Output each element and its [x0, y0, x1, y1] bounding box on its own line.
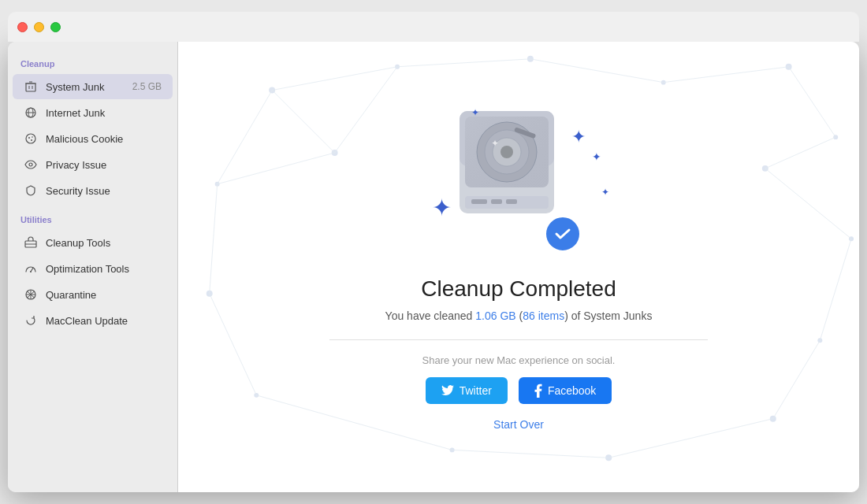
facebook-label: Facebook	[548, 384, 596, 397]
trash-icon	[24, 80, 38, 94]
sidebar-item-optimization-tools[interactable]: Optimization Tools	[13, 256, 173, 281]
twitter-button[interactable]: Twitter	[426, 377, 508, 404]
globe-icon	[24, 106, 38, 120]
share-text: Share your new Mac experience on social.	[422, 354, 616, 366]
svg-point-63	[500, 146, 513, 158]
gauge-icon	[24, 261, 38, 276]
sidebar-item-macclean-update[interactable]: MacClean Update	[13, 308, 173, 333]
svg-line-46	[765, 169, 851, 239]
close-button[interactable]	[17, 22, 28, 32]
internet-junk-label: Internet Junk	[46, 107, 162, 119]
svg-point-10	[31, 139, 32, 141]
sidebar-item-quarantine[interactable]: Quarantine	[13, 282, 173, 307]
update-icon	[24, 313, 38, 328]
optimization-tools-label: Optimization Tools	[46, 263, 162, 275]
svg-line-54	[218, 153, 335, 184]
system-junk-badge: 2.5 GB	[132, 81, 162, 92]
hdd-illustration: ✦ ✦ ✦ ✦ ✦	[448, 103, 590, 261]
svg-rect-69	[506, 199, 517, 204]
svg-line-50	[773, 340, 820, 418]
svg-line-44	[272, 91, 334, 153]
cleanup-completed-title: Cleanup Completed	[421, 276, 616, 302]
svg-rect-67	[471, 199, 487, 204]
sparkle-icon-5: ✦	[601, 187, 609, 198]
malicious-cookie-label: Malicious Cookie	[46, 133, 162, 145]
check-badge	[544, 215, 582, 253]
system-junk-label: System Junk	[46, 81, 125, 93]
subtitle-prefix: You have cleaned	[385, 309, 476, 322]
cleaned-items-prefix: (	[516, 309, 523, 322]
quarantine-icon	[24, 287, 38, 302]
toolbox-icon	[24, 235, 38, 250]
eye-icon	[24, 158, 38, 172]
sidebar-item-system-junk[interactable]: System Junk 2.5 GB	[13, 74, 173, 99]
facebook-button[interactable]: Facebook	[519, 377, 612, 404]
privacy-issue-label: Privacy Issue	[46, 159, 162, 171]
cleanup-tools-label: Cleanup Tools	[46, 237, 162, 249]
sparkle-icon-2: ✦	[592, 150, 601, 163]
start-over-button[interactable]: Start Over	[493, 418, 544, 431]
divider	[329, 339, 708, 340]
hdd-svg: ✦	[448, 103, 566, 233]
macclean-update-label: MacClean Update	[46, 315, 162, 327]
sidebar-item-malicious-cookie[interactable]: Malicious Cookie	[13, 126, 173, 151]
cookie-icon	[24, 132, 38, 146]
sidebar: Cleanup System Junk 2.5 GB	[8, 42, 178, 492]
main-content: ✦ ✦ ✦ ✦ ✦	[178, 42, 859, 492]
svg-line-40	[530, 59, 664, 83]
svg-line-48	[820, 239, 851, 340]
svg-line-47	[210, 184, 218, 294]
twitter-label: Twitter	[460, 384, 492, 397]
shield-icon	[24, 183, 38, 198]
sidebar-item-privacy-issue[interactable]: Privacy Issue	[13, 152, 173, 177]
svg-line-39	[397, 59, 530, 67]
svg-point-8	[26, 134, 35, 143]
svg-text:✦: ✦	[491, 138, 499, 149]
utilities-section-label: Utilities	[8, 204, 177, 229]
svg-rect-68	[491, 199, 502, 204]
maximize-button[interactable]	[50, 22, 61, 32]
svg-point-11	[32, 136, 33, 138]
svg-line-45	[765, 137, 835, 169]
cleanup-section-label: Cleanup	[8, 48, 177, 73]
content-area: ✦ ✦ ✦ ✦ ✦	[329, 103, 708, 431]
sidebar-item-security-issue[interactable]: Security Issue	[13, 178, 173, 203]
sidebar-item-internet-junk[interactable]: Internet Junk	[13, 100, 173, 125]
svg-point-12	[29, 163, 32, 166]
minimize-button[interactable]	[34, 22, 44, 32]
svg-rect-0	[26, 83, 35, 91]
cleaned-items: 86 items	[523, 309, 564, 322]
twitter-icon	[441, 385, 454, 396]
svg-point-9	[28, 137, 30, 139]
sidebar-item-cleanup-tools[interactable]: Cleanup Tools	[13, 230, 173, 255]
sparkle-icon-1: ✦	[571, 127, 586, 147]
svg-line-42	[789, 67, 836, 137]
cleaned-items-suffix: ) of System Junks	[564, 309, 652, 322]
svg-point-16	[30, 271, 32, 272]
svg-line-43	[218, 91, 273, 184]
sparkle-icon-4: ✦	[471, 107, 479, 118]
sparkle-icon-3: ✦	[432, 194, 452, 221]
svg-line-49	[210, 294, 257, 395]
facebook-icon	[534, 384, 542, 398]
social-buttons: Twitter Facebook	[426, 377, 612, 404]
cleaned-size: 1.06 GB	[475, 309, 515, 322]
svg-line-38	[272, 67, 397, 91]
svg-line-53	[452, 450, 609, 458]
security-issue-label: Security Issue	[46, 185, 162, 197]
svg-line-41	[664, 67, 789, 83]
quarantine-label: Quarantine	[46, 289, 162, 301]
cleanup-subtitle: You have cleaned 1.06 GB (86 items) of S…	[385, 309, 653, 322]
title-bar	[8, 12, 859, 42]
